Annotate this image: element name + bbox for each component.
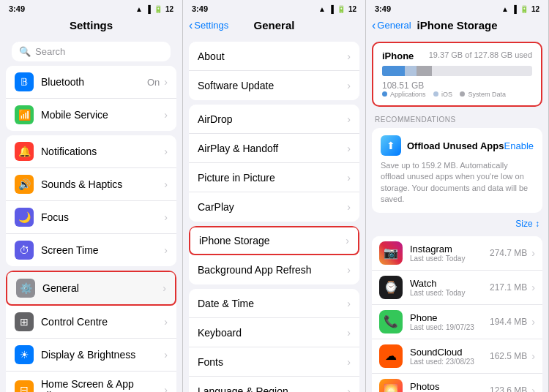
soundcloud-icon: ☁ [379,344,403,368]
storage-device-title: iPhone 19.37 GB of 127.88 GB used [382,50,532,61]
status-icons-1: ▲ ▐ 🔋 12 [135,5,173,13]
chevron-right-icon: › [164,316,168,328]
settings-scroll[interactable]: 🔍 Search 𝔹 Bluetooth On › 📶 Mobile Servi… [0,37,182,392]
general-group-2: AirDrop › AirPlay & Handoff › Picture in… [189,105,359,222]
settings-item-focus[interactable]: 🌙 Focus › [6,201,176,234]
soundcloud-info: SoundCloud Last used: 23/08/23 [410,347,490,366]
app-item-watch[interactable]: ⌚ Watch Last used: Today 217.1 MB › [372,271,542,305]
battery-icon-3: 🔋 [520,5,529,13]
signal-icon: ▐ [146,5,151,13]
status-bar-1: 3:49 ▲ ▐ 🔋 12 [0,0,182,16]
chevron-right-icon: › [164,146,168,157]
iphone-storage-scroll[interactable]: iPhone 19.37 GB of 127.88 GB used 108.51… [366,37,548,392]
legend-apps: Applications [382,91,426,98]
status-icons-3: ▲ ▐ 🔋 12 [501,5,539,13]
phone-icon: 📞 [379,310,403,333]
settings-item-mobile-service[interactable]: 📶 Mobile Service › [6,99,176,131]
bar-system [417,66,432,76]
general-nav: ‹ Settings General [183,16,365,37]
general-icon: ⚙️ [16,279,35,298]
settings-item-general[interactable]: ⚙️ General › [6,271,176,306]
settings-group-2: ⚙️ General › ⊞ Control Centre › ☀ Displa… [6,271,176,392]
legend-system: System Data [460,91,506,98]
back-label-2: General [377,20,411,31]
settings-item-home-screen[interactable]: ⊟ Home Screen & App Library › [6,372,176,392]
app-item-photos[interactable]: 🌅 Photos Last used: Today 123.6 MB › [372,374,542,392]
general-item-background-refresh[interactable]: Background App Refresh › [189,255,359,284]
notifications-icon: 🔔 [15,142,34,161]
chevron-right-icon: › [164,349,168,361]
chevron-right-icon: › [531,247,535,259]
general-item-about[interactable]: About › [189,42,359,71]
time-1: 3:49 [9,4,25,13]
time-3: 3:49 [375,4,391,13]
general-item-keyboard[interactable]: Keyboard › [189,318,359,347]
watch-icon: ⌚ [379,276,403,299]
photos-icon: 🌅 [379,379,403,392]
time-2: 3:49 [192,4,208,13]
general-item-fonts[interactable]: Fonts › [189,347,359,377]
general-item-language[interactable]: Language & Region › [189,377,359,392]
signal-icon-2: ▐ [329,5,334,13]
chevron-right-icon: › [164,178,168,190]
general-title: General [254,19,295,31]
status-bar-3: 3:49 ▲ ▐ 🔋 12 [366,0,548,16]
chevron-right-icon: › [531,385,535,392]
app-item-phone[interactable]: 📞 Phone Last used: 19/07/23 194.4 MB › [372,305,542,339]
chevron-right-icon: › [347,264,351,276]
rec-header: ⬆ Offload Unused Apps Enable [381,135,534,156]
general-item-datetime[interactable]: Date & Time › [189,289,359,318]
bluetooth-icon: 𝔹 [15,72,34,91]
wifi-icon: ▲ [135,5,143,13]
app-item-instagram[interactable]: 📷 Instagram Last used: Today 274.7 MB › [372,236,542,271]
battery-num-3: 12 [531,5,539,13]
settings-item-bluetooth[interactable]: 𝔹 Bluetooth On › [6,66,176,99]
chevron-right-icon: › [347,201,351,213]
settings-item-control-centre[interactable]: ⊞ Control Centre › [6,306,176,339]
battery-icon-2: 🔋 [337,5,346,13]
settings-back-button[interactable]: ‹ Settings [189,19,228,32]
chevron-right-icon: › [163,282,166,294]
back-label: Settings [194,20,228,31]
general-back-button[interactable]: ‹ General [372,19,411,32]
battery-num: 12 [165,5,173,13]
chevron-right-icon: › [347,327,351,339]
app-item-soundcloud[interactable]: ☁ SoundCloud Last used: 23/08/23 162.5 M… [372,339,542,374]
chevron-right-icon: › [531,282,535,293]
chevron-right-icon: › [346,235,349,246]
search-bar[interactable]: 🔍 Search [12,42,171,61]
settings-item-sounds[interactable]: 🔊 Sounds & Haptics › [6,168,176,201]
rec-desc: Save up to 159.2 MB. Automatically offlo… [381,160,534,206]
general-item-airdrop[interactable]: AirDrop › [189,105,359,134]
chevron-right-icon: › [164,109,168,121]
general-scroll[interactable]: About › Software Update › AirDrop › AirP… [183,37,365,392]
general-item-software-update[interactable]: Software Update › [189,71,359,100]
settings-nav: Settings [0,16,182,37]
size-sort-label[interactable]: Size ↕ [515,219,539,229]
screen-time-icon: ⏱ [15,241,34,260]
focus-icon: 🌙 [15,208,34,227]
chevron-right-icon: › [164,244,168,256]
storage-legend: Applications iOS System Data [382,91,532,98]
offload-icon: ⬆ [381,135,401,156]
device-name: iPhone [382,50,414,61]
general-group-3: iPhone Storage › Background App Refresh … [189,226,359,284]
legend-system-dot [460,91,465,97]
general-item-carplay[interactable]: CarPlay › [189,192,359,222]
general-item-airplay[interactable]: AirPlay & Handoff › [189,134,359,163]
chevron-right-icon: › [347,80,351,91]
general-panel: 3:49 ▲ ▐ 🔋 12 ‹ Settings General About ›… [183,0,366,392]
rec-enable-button[interactable]: Enable [504,140,534,151]
photos-info: Photos Last used: Today [410,381,490,392]
settings-title: Settings [70,19,113,31]
signal-icon-3: ▐ [512,5,517,13]
settings-item-notifications[interactable]: 🔔 Notifications › [6,135,176,168]
back-chevron-icon-2: ‹ [372,19,376,32]
rec-title: Offload Unused Apps [407,140,504,151]
general-item-picture[interactable]: Picture in Picture › [189,163,359,192]
chevron-right-icon: › [164,384,168,392]
general-item-iphone-storage[interactable]: iPhone Storage › [189,226,359,255]
settings-item-screen-time[interactable]: ⏱ Screen Time › [6,234,176,266]
app-list: 📷 Instagram Last used: Today 274.7 MB › … [372,236,542,392]
settings-item-display[interactable]: ☀ Display & Brightness › [6,339,176,372]
